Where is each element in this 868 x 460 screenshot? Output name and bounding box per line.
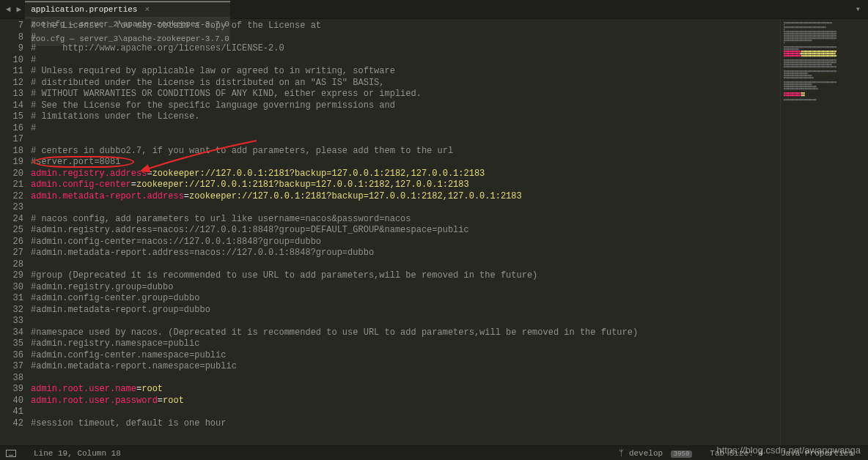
tab-nav-next[interactable]: ▶ [14,4,25,14]
line-number: 29 [0,270,23,282]
code-line: #admin.registry.namespace=public [31,338,780,350]
line-number: 12 [0,78,23,89]
status-tab-size[interactable]: Tab Size: 4 [701,449,772,458]
line-number: 8 [0,32,23,44]
line-number: 39 [0,384,23,396]
tab-bar: ◄ ▶ zoo.cfg — server_1\apache-zookeeper-… [0,0,868,19]
line-number: 32 [0,305,23,316]
line-number: 40 [0,396,23,407]
tab-label: application.properties [31,5,137,14]
code-line [31,407,780,418]
line-number: 42 [0,418,23,430]
line-number-gutter: 7891011121314151617181920212223242526272… [0,19,31,445]
line-number: 27 [0,248,23,259]
code-line: admin.metadata-report.address=zookeeper:… [31,191,780,203]
line-number: 38 [0,373,23,385]
line-number: 18 [0,146,23,157]
status-cursor-position[interactable]: Line 19, Column 18 [25,449,130,458]
tab-2[interactable]: application.properties× [25,1,230,17]
code-line: # the License. You may obtain a copy of … [31,21,780,32]
line-number: 10 [0,55,23,67]
code-line: admin.root.user.password=root [31,396,780,407]
line-number: 41 [0,407,23,418]
line-number: 24 [0,214,23,226]
code-line: admin.root.user.name=root [31,384,780,396]
code-line [31,134,780,146]
line-number: 33 [0,316,23,327]
line-number: 15 [0,111,23,123]
code-line: # See the License for the specific langu… [31,100,780,112]
line-number: 13 [0,89,23,100]
status-bar: Line 19, Column 18 develop 3950 Tab Size… [0,445,868,460]
line-number: 11 [0,66,23,78]
code-line: #admin.registry.address=nacos://127.0.0.… [31,225,780,237]
line-number: 37 [0,361,23,373]
panel-switch-icon[interactable] [6,450,16,457]
code-line: #admin.registry.group=dubbo [31,282,780,294]
code-line: admin.config-center=zookeeper://127.0.0.… [31,179,780,191]
code-line: # [31,123,780,135]
minimap[interactable]: ████████████████████████████████████████… [780,19,868,445]
status-syntax[interactable]: Java Properties [772,449,862,458]
line-number: 9 [0,43,23,55]
line-number: 21 [0,179,23,191]
code-line: #admin.config-center.group=dubbo [31,293,780,305]
editor-area: 7891011121314151617181920212223242526272… [0,19,868,445]
code-line: # distributed under the License is distr… [31,78,780,89]
line-number: 17 [0,134,23,146]
line-number: 25 [0,225,23,237]
line-number: 35 [0,338,23,350]
code-line: # WITHOUT WARRANTIES OR CONDITIONS OF AN… [31,89,780,100]
code-line: #admin.metadata-report.address=nacos://1… [31,248,780,259]
code-line: # limitations under the License. [31,111,780,123]
code-line [31,202,780,214]
code-line: # nacos config, add parameters to url li… [31,214,780,226]
line-number: 7 [0,21,23,32]
close-icon[interactable]: × [144,5,150,14]
line-number: 28 [0,259,23,271]
line-number: 22 [0,191,23,203]
code-line: #namespace used by nacos. (Deprecated it… [31,327,780,339]
code-line: # [31,55,780,67]
status-git-branch[interactable]: develop 3950 [610,449,701,458]
code-line: #group (Deprecated it is recommended to … [31,270,780,282]
code-line: # http://www.apache.org/licenses/LICENSE… [31,43,780,55]
code-line: #admin.metadata-report.namespace=public [31,361,780,373]
line-number: 20 [0,168,23,180]
line-number: 34 [0,327,23,339]
code-line: #server.port=8081 [31,157,780,168]
line-number: 23 [0,202,23,214]
line-number: 16 [0,123,23,135]
code-line: #session timeout, default is one hour [31,418,780,430]
code-line: #admin.config-center=nacos://127.0.0.1:8… [31,237,780,248]
tab-nav-prev[interactable]: ◄ [3,5,14,14]
code-line [31,373,780,385]
tab-overflow-menu[interactable]: ▾ [851,4,865,15]
line-number: 31 [0,293,23,305]
code-line: admin.registry.address=zookeeper://127.0… [31,168,780,180]
code-line: # [31,32,780,44]
minimap-content: ████████████████████████████████████████… [784,22,865,101]
code-line [31,316,780,327]
line-number: 19 [0,157,23,168]
code-line: #admin.config-center.namespace=public [31,350,780,362]
line-number: 26 [0,237,23,248]
code-line: #admin.metadata-report.group=dubbo [31,305,780,316]
line-number: 14 [0,100,23,112]
code-line [31,259,780,271]
line-number: 36 [0,350,23,362]
line-number: 30 [0,282,23,294]
code-content[interactable]: # the License. You may obtain a copy of … [31,19,780,445]
code-line: # centers in dubbo2.7, if you want to ad… [31,146,780,157]
code-line: # Unless required by applicable law or a… [31,66,780,78]
